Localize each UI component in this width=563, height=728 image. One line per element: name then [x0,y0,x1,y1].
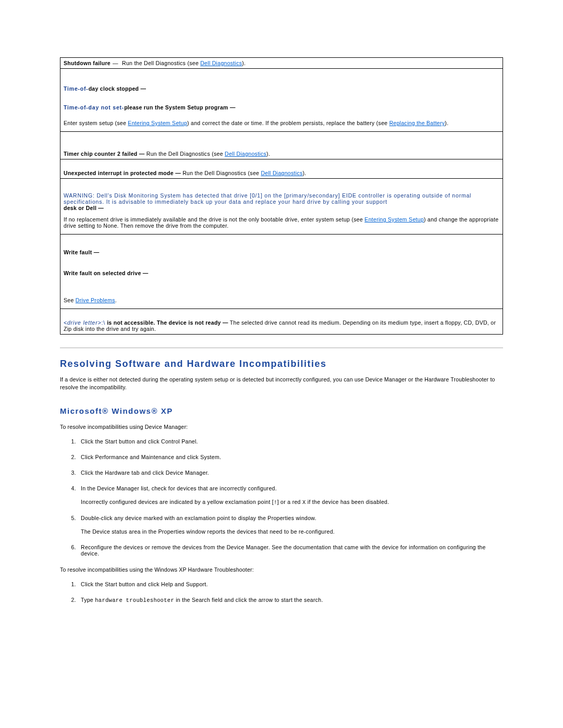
mono-text: ! [274,499,277,505]
subsection-heading: Microsoft® Windows® XP [60,406,503,415]
section-intro: If a device is either not detected durin… [60,376,503,391]
error-text: Run the Dell Diagnostics (see [122,60,200,66]
text: Incorrectly configured devices are indic… [81,499,274,505]
error-text: ) and correct the date or time. If the p… [187,120,389,126]
step-text: Click the Start button and click Control… [81,438,198,445]
error-label: Write fault — [64,249,99,255]
table-row: Shutdown failure— Run the Dell Diagnosti… [60,58,503,69]
text: if the device has been disabled. [306,499,389,505]
table-row: Timer chip counter 2 failed — Run the De… [60,132,503,159]
section-heading: Resolving Software and Hardware Incompat… [60,359,503,369]
error-text: Enter system setup (see [64,120,128,126]
error-label: Write fault on selected drive — [64,270,149,276]
tail: ). [303,170,307,176]
drive-letter-italic: <drive letter> [64,319,101,326]
text: Type [81,597,95,603]
link-dell-diagnostics[interactable]: Dell Diagnostics [261,170,302,176]
link-dell-diagnostics[interactable]: Dell Diagnostics [225,151,266,157]
error-label-blue: Time-of- [64,85,89,92]
separator: — [111,60,120,66]
divider [60,348,503,348]
text: in the Search field and click the arrow … [174,597,323,603]
table-row: <drive letter>:\ is not accessible. The … [60,309,503,335]
list-item: Reconfigure the devices or remove the de… [78,544,503,557]
step-text: Double-click any device marked with an e… [81,515,316,521]
table-row: Time-of-day clock stopped — Time-of-day … [60,69,503,132]
error-label-blue: Time-of-day not set- [64,104,124,110]
error-text: Run the Dell Diagnostics (see [146,151,225,157]
table-row: WARNING: Dell's Disk Monitoring System h… [60,179,503,235]
list-item: Click Performance and Maintenance and cl… [78,454,503,460]
tail: ). [266,151,270,157]
error-text: If no replacement drive is immediately a… [64,216,364,223]
link-drive-problems[interactable]: Drive Problems [76,297,115,303]
error-label: desk or Dell — [64,205,104,211]
error-label: please run the System Setup program — [124,104,236,110]
error-text: See [64,297,76,303]
drive-letter-colon: :\ [101,319,105,326]
page-container: Shutdown failure— Run the Dell Diagnosti… [0,0,563,644]
text: ] or a red [277,499,302,505]
step-text: Click the Hardware tab and click Device … [81,470,209,476]
error-text: Run the Dell Diagnostics (see [182,170,261,176]
table-row: Write fault — Write fault on selected dr… [60,235,503,309]
list-item: Click the Start button and click Control… [78,438,503,445]
list-item: Click the Start button and click Help an… [78,581,503,587]
error-messages-table: Shutdown failure— Run the Dell Diagnosti… [60,57,503,335]
link-entering-system-setup[interactable]: Entering System Setup [128,120,187,126]
hardware-troubleshooter-steps: Click the Start button and click Help an… [60,581,503,603]
link-entering-system-setup[interactable]: Entering System Setup [364,216,424,223]
list-item: Type hardware troubleshooter in the Sear… [78,597,503,603]
error-label: Shutdown failure [64,60,111,66]
table-row: Unexpected interrupt in protected mode —… [60,159,503,179]
error-label: is not accessible. The device is not rea… [105,319,228,326]
mono-text: hardware troubleshooter [95,597,174,603]
link-replacing-battery[interactable]: Replacing the Battery [389,120,445,126]
warning-text-blue: WARNING: Dell's Disk Monitoring System h… [64,192,471,205]
tail: . [115,297,117,303]
tail: ). [445,120,448,126]
error-label: Timer chip counter 2 failed — [64,151,145,157]
step-text: In the Device Manager list, check for de… [81,485,277,491]
step-subtext: Incorrectly configured devices are indic… [81,499,503,505]
list-item: Double-click any device marked with an e… [78,515,503,535]
mono-text: X [302,499,306,505]
list-item: In the Device Manager list, check for de… [78,485,503,505]
tail: ). [242,60,246,66]
error-label: Unexpected interrupt in protected mode — [64,170,181,176]
list-item: Click the Hardware tab and click Device … [78,470,503,476]
error-label: day clock stopped — [89,85,146,92]
ht-intro: To resolve incompatibilities using the W… [60,566,503,574]
step-text: Click Performance and Maintenance and cl… [81,454,221,460]
link-dell-diagnostics[interactable]: Dell Diagnostics [200,60,242,66]
dm-intro: To resolve incompatibilities using Devic… [60,423,503,431]
step-subtext: The Device status area in the Properties… [81,528,503,535]
step-text: Click the Start button and click Help an… [81,581,208,587]
step-text: Reconfigure the devices or remove the de… [81,544,486,557]
device-manager-steps: Click the Start button and click Control… [60,438,503,557]
